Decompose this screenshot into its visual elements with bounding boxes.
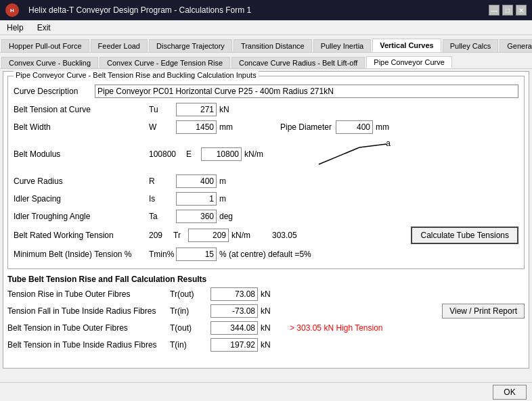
print-btn-container: View / Print Report <box>442 304 525 319</box>
curve-diagram-svg <box>298 137 393 171</box>
curve-radius-input[interactable] <box>176 174 217 188</box>
result-3-label: Belt Tension in Tube Outer Fibres <box>7 323 170 333</box>
tab-pulley-calcs[interactable]: Pulley Calcs <box>443 39 499 52</box>
result-2-unit: kN <box>261 306 284 316</box>
window-controls[interactable]: — □ ✕ <box>489 5 527 16</box>
idler-spacing-symbol: Is <box>149 194 176 204</box>
calculate-tube-tensions-button[interactable]: Calculate Tube Tensions <box>411 227 518 244</box>
diagram-label: a <box>386 139 391 148</box>
belt-rated-unit: kN/m <box>231 231 265 240</box>
subtab-pipe-conveyor[interactable]: Pipe Conveyor Curve <box>366 56 452 68</box>
result-row-4: Belt Tension in Tube Inside Radius Fibre… <box>7 337 525 352</box>
min-belt-input[interactable] <box>176 247 217 261</box>
belt-rated-pre: 209 <box>149 231 173 240</box>
result-row-3: Belt Tension in Tube Outer Fibres T(out)… <box>7 321 525 335</box>
status-bar: OK <box>0 382 532 401</box>
svg-line-0 <box>319 147 359 164</box>
exit-menu[interactable]: Exit <box>33 22 55 34</box>
group-title: Pipe Conveyor Curve - Belt Tension Rise … <box>14 71 259 79</box>
result-2-value: -73.08 <box>210 304 258 318</box>
tab-discharge-trajectory[interactable]: Discharge Trajectory <box>149 39 232 52</box>
maximize-button[interactable]: □ <box>502 5 513 16</box>
help-menu[interactable]: Help <box>3 22 28 34</box>
curve-radius-unit: m <box>219 176 253 186</box>
result-1-symbol: Tr(out) <box>170 289 210 299</box>
belt-rated-label: Belt Rated Working Tension <box>14 231 149 240</box>
tab-hopper-pullout[interactable]: Hopper Pull-out Force <box>1 39 89 52</box>
result-1-label: Tension Rise in Tube Outer Fibres <box>7 289 170 299</box>
result-2-symbol: Tr(in) <box>170 306 210 316</box>
pipe-diameter-unit: mm <box>376 122 389 132</box>
result-4-value: 197.92 <box>210 338 258 352</box>
belt-rated-input[interactable] <box>188 229 229 242</box>
belt-tension-input[interactable] <box>176 103 217 116</box>
pipe-diameter-input[interactable] <box>336 120 373 134</box>
result-4-unit: kN <box>261 340 284 350</box>
min-belt-symbol: Tmin% <box>149 250 176 259</box>
input-group: Pipe Conveyor Curve - Belt Tension Rise … <box>7 76 525 269</box>
subtab-convex-buckling[interactable]: Convex Curve - Buckling <box>1 57 98 68</box>
curve-desc-label: Curve Description <box>14 87 95 96</box>
result-row-1: Tension Rise in Tube Outer Fibres Tr(out… <box>7 287 525 302</box>
belt-modulus-pre: 100800 <box>149 149 186 159</box>
ok-button[interactable]: OK <box>493 385 527 400</box>
min-belt-row: Minimum Belt (Inside) Tension % Tmin% % … <box>14 247 518 262</box>
tab-transition-distance[interactable]: Transition Distance <box>234 39 312 52</box>
belt-rated-symbol: Tr <box>173 231 188 240</box>
subtab-convex-edge-tension[interactable]: Convex Curve - Edge Tension Rise <box>99 57 230 68</box>
minimize-button[interactable]: — <box>489 5 500 16</box>
sub-tabs: Convex Curve - Buckling Convex Curve - E… <box>0 53 532 69</box>
belt-modulus-unit: kN/m <box>244 149 278 159</box>
result-1-unit: kN <box>261 289 284 299</box>
curve-description-input[interactable] <box>95 85 518 98</box>
tab-pulley-inertia[interactable]: Pulley Inertia <box>313 39 372 52</box>
idler-spacing-row: Idler Spacing Is m <box>14 191 518 206</box>
view-print-report-button[interactable]: View / Print Report <box>442 304 525 319</box>
curve-radius-label: Curve Radius <box>14 176 149 186</box>
idler-spacing-unit: m <box>219 194 253 204</box>
curve-radius-row: Curve Radius R m <box>14 174 518 189</box>
tab-vertical-curves[interactable]: Vertical Curves <box>372 39 441 52</box>
close-button[interactable]: ✕ <box>516 5 527 16</box>
result-3-warning: > 303.05 kN High Tension <box>290 323 383 333</box>
curve-radius-symbol: R <box>149 176 176 186</box>
tab-general-calcs[interactable]: General Calcs <box>500 39 532 52</box>
min-belt-label: Minimum Belt (Inside) Tension % <box>14 250 149 259</box>
result-4-symbol: T(in) <box>170 340 210 350</box>
svg-line-1 <box>359 144 386 147</box>
idler-trough-input[interactable] <box>176 210 217 223</box>
idler-trough-symbol: Ta <box>149 212 176 221</box>
result-1-value: 73.08 <box>210 287 258 301</box>
belt-tension-symbol: Tu <box>149 105 176 114</box>
idler-spacing-input[interactable] <box>176 192 217 206</box>
result-4-label: Belt Tension in Tube Inside Radius Fibre… <box>7 340 170 350</box>
belt-modulus-row: Belt Modulus 100800 E kN/m a <box>14 137 518 171</box>
belt-rated-row: Belt Rated Working Tension 209 Tr kN/m 3… <box>14 227 518 244</box>
tab-feeder-load[interactable]: Feeder Load <box>91 39 148 52</box>
idler-trough-unit: deg <box>219 212 253 221</box>
belt-tension-unit: kN <box>219 105 253 114</box>
subtab-concave-radius[interactable]: Concave Curve Radius - Belt Lift-off <box>231 57 365 68</box>
curve-desc-row: Curve Description <box>14 85 518 98</box>
idler-trough-label: Idler Troughing Angle <box>14 212 149 221</box>
belt-rated-extra: 303.05 <box>272 231 297 240</box>
result-row-2: Tension Fall in Tube Inside Radius Fibre… <box>7 304 525 319</box>
result-2-label: Tension Fall in Tube Inside Radius Fibre… <box>7 306 170 316</box>
calc-btn-container: Calculate Tube Tensions <box>411 227 518 244</box>
belt-modulus-input[interactable] <box>201 147 242 161</box>
belt-modulus-symbol: E <box>186 149 201 159</box>
curve-diagram: a <box>298 137 393 171</box>
belt-width-row: Belt Width W mm Pipe Diameter mm <box>14 120 518 135</box>
idler-spacing-label: Idler Spacing <box>14 194 149 204</box>
title-bar: H Helix delta-T Conveyor Design Program … <box>0 0 532 20</box>
result-3-value: 344.08 <box>210 321 258 335</box>
result-3-unit: kN <box>261 323 284 333</box>
menu-bar: Help Exit <box>0 20 532 35</box>
belt-tension-row: Belt Tension at Curve Tu kN <box>14 102 518 117</box>
result-3-symbol: T(out) <box>170 323 210 333</box>
window-title: Helix delta-T Conveyor Design Program - … <box>28 5 251 15</box>
main-tabs: Hopper Pull-out Force Feeder Load Discha… <box>0 35 532 53</box>
belt-width-symbol: W <box>149 122 176 132</box>
pipe-diameter-label: Pipe Diameter <box>280 122 332 132</box>
belt-width-input[interactable] <box>176 120 217 134</box>
